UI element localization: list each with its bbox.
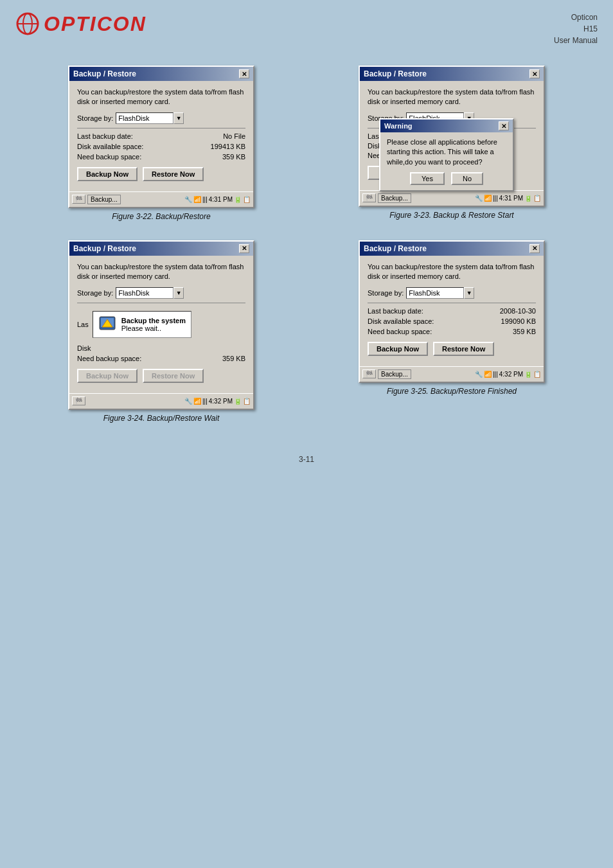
fig22-last-backup-label: Last backup date: [77,132,133,140]
fig23-warning-close[interactable]: ✕ [499,121,509,130]
fig24-wait-area: Las Backup the system Please wait.. [77,307,245,342]
fig23-warning-body: Please close all applications before sta… [380,132,513,190]
fig23-titlebar: Backup / Restore ✕ [360,67,544,81]
fig24-need-value: 359 KB [222,355,245,362]
fig23-taskbar-item[interactable]: Backup... [378,193,411,203]
logo-icon [15,12,40,36]
fig23-title: Backup / Restore [364,69,427,78]
fig25-storage-select[interactable]: ▼ [406,287,474,299]
fig25-storage-label: Storage by: [368,289,404,297]
fig25-backup-button[interactable]: Backup Now [368,342,428,356]
fig22-taskbar-icons: 🔧 📶 ||| 4:31 PM 🔋 📋 [184,196,251,203]
fig25-buttons: Backup Now Restore Now [368,342,536,356]
fig25-taskbar: 🏁 Backup... 🔧 📶 ||| 4:32 PM 🔋 📋 [360,366,544,382]
fig24-desc: You can backup/restore the system data t… [77,262,245,282]
figure-22-window: Backup / Restore ✕ You can backup/restor… [68,66,254,208]
fig22-buttons: Backup Now Restore Now [77,167,245,181]
fig25-close-button[interactable]: ✕ [529,244,540,253]
fig25-last-backup-value: 2008-10-30 [500,307,536,315]
fig25-need-value: 359 KB [513,328,536,335]
figure-25-window: Backup / Restore ✕ You can backup/restor… [359,240,545,383]
figure-24-wrap: Backup / Restore ✕ You can backup/restor… [26,240,297,423]
fig23-desc: You can backup/restore the system data t… [368,87,536,107]
fig24-wait-box: Backup the system Please wait.. [93,311,191,338]
fig25-desc: You can backup/restore the system data t… [368,262,536,282]
fig25-clock: 4:32 PM [499,371,523,378]
fig25-last-backup-row: Last backup date: 2008-10-30 [368,307,536,315]
fig24-wait-icon [98,315,116,333]
fig24-wait-text: Backup the system Please wait.. [121,317,186,332]
fig24-caption: Figure 3-24. Backup/Restore Wait [103,414,220,423]
fig25-taskbar-icons: 🔧 📶 ||| 4:32 PM 🔋 📋 [475,371,541,378]
fig22-need-value: 359 KB [222,153,245,161]
fig22-storage-input[interactable] [116,112,173,124]
fig23-start-button[interactable]: 🏁 [362,193,376,202]
figure-22-wrap: Backup / Restore ✕ You can backup/restor… [26,66,297,221]
fig25-disk-value: 199090 KB [501,317,536,325]
fig22-disk-row: Disk available space: 199413 KB [77,143,245,150]
fig23-warning-buttons: Yes No [387,172,506,185]
fig24-wait-subtitle: Please wait.. [121,324,186,332]
fig23-no-button[interactable]: No [451,172,483,185]
fig24-storage-label: Storage by: [77,289,113,297]
fig24-close-button[interactable]: ✕ [239,244,249,253]
fig22-restore-button[interactable]: Restore Now [143,167,204,181]
page-header: OPTICON Opticon H15 User Manual [0,0,613,53]
figure-25-wrap: Backup / Restore ✕ You can backup/restor… [316,240,587,423]
fig22-titlebar: Backup / Restore ✕ [69,67,253,81]
fig25-start-button[interactable]: 🏁 [362,369,376,378]
fig24-last-label: Las [77,321,89,328]
fig24-need-label: Need backup space: [77,355,141,362]
fig24-storage-select[interactable]: ▼ [116,287,184,299]
fig25-disk-label: Disk available space: [368,317,434,325]
fig25-body: You can backup/restore the system data t… [360,256,544,365]
fig22-clock: 4:31 PM [209,196,233,203]
fig24-taskbar: 🏁 🔧 📶 ||| 4:32 PM 🔋 📋 [69,393,253,409]
fig23-close-button[interactable]: ✕ [529,69,540,78]
fig22-disk-label: Disk available space: [77,143,143,150]
fig22-need-row: Need backup space: 359 KB [77,153,245,161]
fig24-storage-row: Storage by: ▼ [77,287,245,299]
fig24-dropdown-arrow[interactable]: ▼ [173,287,184,299]
fig22-storage-label: Storage by: [77,114,113,122]
fig22-dropdown-arrow[interactable]: ▼ [173,112,184,124]
header-info: Opticon H15 User Manual [554,12,598,46]
fig23-warning-dialog: Warning ✕ Please close all applications … [379,118,514,191]
fig22-last-backup-value: No File [223,132,245,140]
fig22-backup-button[interactable]: Backup Now [77,167,138,181]
fig22-storage-row: Storage by: ▼ [77,112,245,124]
fig24-disk-label: Disk [77,344,245,352]
fig24-storage-input[interactable] [116,287,173,299]
fig23-warning-titlebar: Warning ✕ [380,120,513,132]
fig23-warning-text: Please close all applications before sta… [387,137,506,167]
fig25-taskbar-item[interactable]: Backup... [378,369,411,379]
fig25-last-backup-label: Last backup date: [368,307,423,315]
fig25-dropdown-arrow[interactable]: ▼ [464,287,474,299]
logo: OPTICON [15,12,147,36]
fig24-clock: 4:32 PM [209,398,233,405]
content-grid: Backup / Restore ✕ You can backup/restor… [0,53,613,448]
fig22-taskbar: 🏁 Backup... 🔧 📶 ||| 4:31 PM 🔋 📋 [69,191,253,207]
fig23-warning-title: Warning [384,122,413,130]
fig24-titlebar: Backup / Restore ✕ [69,242,253,256]
fig24-backup-button[interactable]: Backup Now [77,369,138,383]
fig24-restore-button[interactable]: Restore Now [143,369,204,383]
fig25-storage-row: Storage by: ▼ [368,287,536,299]
fig23-yes-button[interactable]: Yes [410,172,445,185]
logo-text: OPTICON [44,12,147,36]
fig22-storage-select[interactable]: ▼ [116,112,184,124]
fig23-caption: Figure 3-23. Backup & Restore Start [389,211,513,220]
fig24-start-button[interactable]: 🏁 [72,396,85,405]
fig24-wait-title: Backup the system [121,317,186,324]
figure-23-window: Backup / Restore ✕ You can backup/restor… [359,66,545,207]
fig25-restore-button[interactable]: Restore Now [433,342,494,356]
figure-23-wrap: Backup / Restore ✕ You can backup/restor… [316,66,587,221]
fig22-last-backup-row: Last backup date: No File [77,132,245,140]
fig22-close-button[interactable]: ✕ [239,69,249,78]
fig25-storage-input[interactable] [406,287,464,299]
fig23-clock: 4:31 PM [499,195,523,202]
fig22-start-button[interactable]: 🏁 [72,195,85,204]
fig24-taskbar-icons: 🔧 📶 ||| 4:32 PM 🔋 📋 [184,398,251,405]
fig22-taskbar-item[interactable]: Backup... [87,195,121,204]
fig25-need-label: Need backup space: [368,328,432,335]
